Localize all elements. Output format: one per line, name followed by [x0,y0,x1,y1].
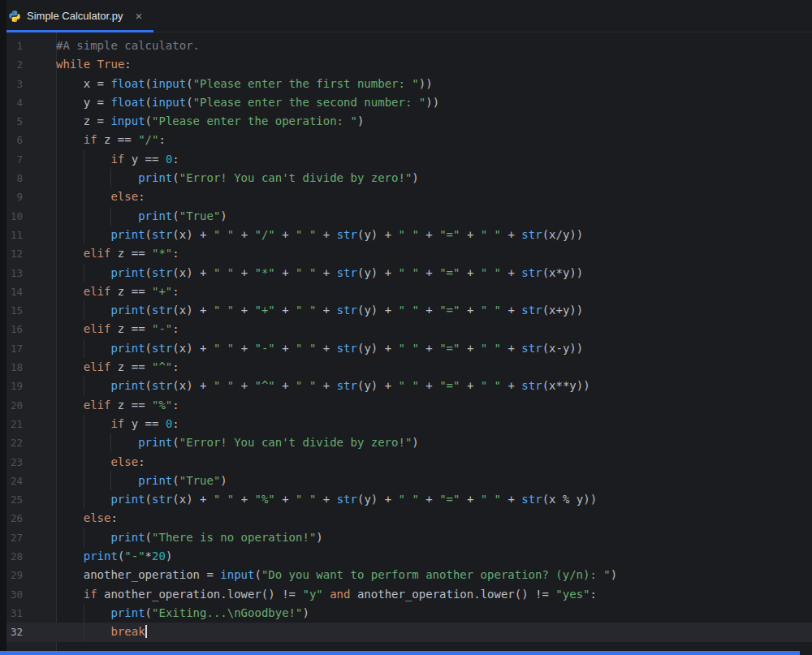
line-number[interactable]: 23 [0,453,56,472]
code-token: ( [145,266,152,279]
code-token: print [84,549,118,562]
code-line[interactable]: 17print(str(x) + " " + "-" + " " + str(y… [0,339,812,358]
code-line[interactable]: 24print("True") [0,472,812,490]
code-line[interactable]: 12elif z == "*": [0,244,812,263]
code-line[interactable]: 31print("Exiting...\nGoodbye!") [0,604,812,623]
indent-guide [84,433,111,452]
code-line[interactable]: 13print(str(x) + " " + "*" + " " + str(y… [0,264,812,282]
code-line[interactable]: 9else: [0,187,812,206]
code-line[interactable]: 1#A simple calculator. [0,37,812,55]
indent-guide [84,623,111,641]
code-line[interactable]: 27print("There is no operation!") [0,528,812,547]
code-line[interactable]: 5z = input("Please enter the operation: … [0,112,812,131]
line-number[interactable]: 32 [0,623,56,641]
code-token: " " [399,493,419,506]
code-token: + [275,342,296,355]
line-number[interactable]: 9 [0,187,56,206]
line-number[interactable]: 5 [0,112,56,131]
editor-pane[interactable]: 1#A simple calculator.2while True:3x = f… [0,32,812,655]
code-token: else [84,511,111,524]
line-number[interactable]: 19 [0,377,56,395]
line-number[interactable]: 2 [0,55,56,74]
line-number[interactable]: 16 [0,320,56,338]
line-number[interactable]: 14 [0,282,56,301]
code-token: "*" [152,247,172,260]
code-token: z == [110,360,152,373]
code-line[interactable]: 29another_operation = input("Do you want… [0,566,812,584]
line-number[interactable]: 27 [0,528,56,547]
code-line[interactable]: 19print(str(x) + " " + "^" + " " + str(y… [0,377,812,395]
tab-simple-calculator-py[interactable]: Simple Calculator.py × [0,0,153,32]
code-line[interactable]: 14elif z == "+": [0,282,812,301]
code-line[interactable]: 32break [0,623,812,641]
code-token: (x+y)) [542,304,584,317]
code-line[interactable]: 23else: [0,453,812,472]
code-line[interactable]: 7if y == 0: [0,150,812,169]
code-line[interactable]: 28print("-"*20) [0,547,812,566]
code-line[interactable]: 22print("Error! You can't divide by zero… [0,433,812,452]
code-token: ( [172,474,179,487]
code-token: ( [145,606,152,619]
code-token: str [337,266,357,279]
code-line[interactable]: 2while True: [0,55,812,74]
code-line[interactable]: 3x = float(input("Please enter the first… [0,75,812,93]
line-number[interactable]: 26 [0,509,56,528]
line-number[interactable]: 24 [0,472,56,490]
line-number[interactable]: 20 [0,396,56,415]
code-line[interactable]: 16elif z == "-": [0,320,812,338]
line-number[interactable]: 3 [0,75,56,93]
code-line[interactable]: 4y = float(input("Please enter the secon… [0,93,812,112]
code-token: "=" [439,342,460,355]
line-number[interactable]: 11 [0,226,56,244]
line-number[interactable]: 1 [0,37,56,55]
code-token: + [316,266,336,279]
code-line[interactable]: 30if another_operation.lower() != "y" an… [0,585,812,604]
code-token: x = [84,77,111,90]
code-token: print [138,209,172,222]
line-number[interactable]: 31 [0,604,56,623]
line-number[interactable]: 21 [0,415,56,433]
line-number[interactable]: 15 [0,301,56,320]
code-line[interactable]: 25print(str(x) + " " + "%" + " " + str(y… [0,490,812,509]
line-number[interactable]: 10 [0,207,56,226]
line-number[interactable]: 28 [0,547,56,566]
code-line[interactable]: 18elif z == "^": [0,358,812,377]
code-token: print [110,342,145,355]
tab-title: Simple Calculator.py [27,10,123,22]
code-line[interactable]: 11print(str(x) + " " + "/" + " " + str(y… [0,226,812,244]
code-text: elif z == "-": [56,320,812,338]
line-number[interactable]: 13 [0,264,56,282]
line-number[interactable]: 18 [0,358,56,377]
code-line[interactable]: 21if y == 0: [0,415,812,433]
line-number[interactable]: 17 [0,339,56,358]
code-token: " " [481,379,501,392]
code-token: "True" [179,209,221,222]
line-number[interactable]: 30 [0,585,56,604]
code-token: "Do you want to perform another operatio… [261,568,611,581]
code-token: + [316,304,336,317]
code-line[interactable]: 8print("Error! You can't divide by zero!… [0,169,812,187]
line-number[interactable]: 25 [0,490,56,509]
code-text: print(str(x) + " " + "-" + " " + str(y) … [56,339,812,358]
code-token: "*" [255,266,275,279]
code-line[interactable]: 26else: [0,509,812,528]
line-number[interactable]: 6 [0,131,56,149]
line-number[interactable]: 12 [0,244,56,263]
code-line[interactable]: 20elif z == "%": [0,396,812,415]
code-line[interactable]: 10print("True") [0,207,812,226]
line-number[interactable]: 29 [0,566,56,584]
line-number[interactable]: 22 [0,433,56,452]
code-token: "+" [152,285,172,298]
code-token: + [419,379,439,392]
line-number[interactable]: 8 [0,169,56,187]
code-token: elif [84,360,111,373]
code-line[interactable]: 6if z == "/": [0,131,812,149]
code-line[interactable]: 15print(str(x) + " " + "+" + " " + str(y… [0,301,812,320]
line-number[interactable]: 4 [0,93,56,112]
code-token: " " [296,493,316,506]
line-number[interactable]: 7 [0,150,56,169]
indent-guide [84,415,111,433]
tab-close-icon[interactable]: × [136,10,143,22]
indent [56,264,84,282]
indent [56,169,84,187]
